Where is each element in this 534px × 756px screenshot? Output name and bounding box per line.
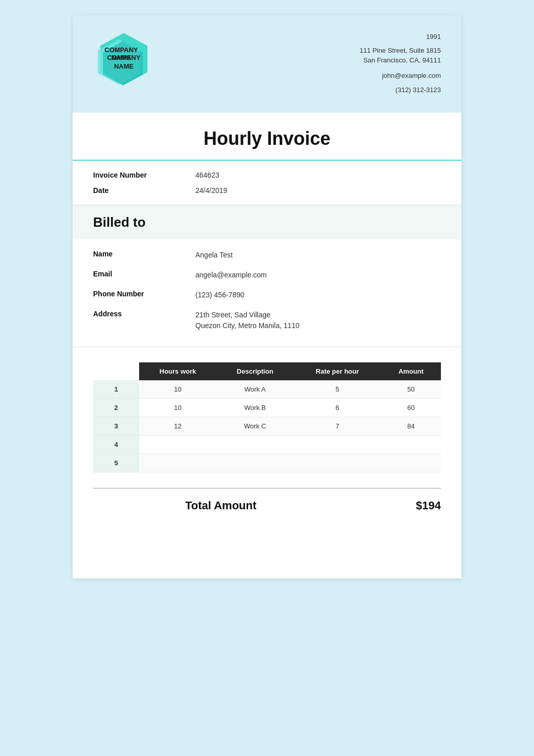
row-hours-cell xyxy=(139,454,216,472)
total-row: Total Amount $194 xyxy=(93,488,441,512)
billed-address-row: Address 21th Street, Sad Village Quezon … xyxy=(93,310,441,331)
row-description-cell xyxy=(216,436,294,454)
billed-name-label: Name xyxy=(93,250,195,258)
billed-address-value: 21th Street, Sad Village Quezon City, Me… xyxy=(195,310,300,331)
invoice-date-label: Date xyxy=(93,186,195,195)
row-num-cell: 4 xyxy=(93,436,139,454)
table-row: 4 xyxy=(93,436,441,454)
row-rate-cell: 7 xyxy=(294,417,381,436)
row-rate-cell xyxy=(294,454,381,472)
invoice-number-value: 464623 xyxy=(195,171,219,179)
billed-email-label: Email xyxy=(93,270,195,278)
billed-email-value: angela@example.com xyxy=(195,270,267,280)
row-description-cell: Work A xyxy=(216,380,294,399)
row-rate-cell: 6 xyxy=(294,399,381,417)
row-rate-cell xyxy=(294,436,381,454)
company-name-line2: NAME xyxy=(114,62,134,70)
table-row: 5 xyxy=(93,454,441,472)
header: COMPANY NAME COMPANY NAME 1991 111 Pine … xyxy=(73,15,461,113)
row-hours-cell: 12 xyxy=(139,417,216,436)
billed-address-label: Address xyxy=(93,310,195,318)
row-description-cell: Work B xyxy=(216,399,294,417)
invoice-number-row: Invoice Number 464623 xyxy=(93,171,441,179)
table-row: 210Work B660 xyxy=(93,399,441,417)
company-address: 111 Pine Street, Suite 1815 San Francisc… xyxy=(360,46,441,66)
row-rate-cell: 5 xyxy=(294,380,381,399)
row-hours-cell: 10 xyxy=(139,380,216,399)
row-num-cell: 5 xyxy=(93,454,139,472)
company-info: 1991 111 Pine Street, Suite 1815 San Fra… xyxy=(360,31,441,97)
billed-to-title: Billed to xyxy=(93,214,441,230)
row-num-cell: 1 xyxy=(93,380,139,399)
invoice-date-value: 24/4/2019 xyxy=(195,186,227,195)
billed-name-row: Name Angela Test xyxy=(93,250,441,261)
billed-phone-label: Phone Number xyxy=(93,290,195,298)
col-description-header: Description xyxy=(216,362,294,380)
row-amount-cell xyxy=(381,436,441,454)
row-num-cell: 2 xyxy=(93,399,139,417)
company-name-1: COMPANY xyxy=(93,46,149,54)
col-rate-header: Rate per hour xyxy=(294,362,381,380)
billed-to-header: Billed to xyxy=(73,205,461,240)
invoice-title-section: Hourly Invoice xyxy=(73,113,461,161)
invoice-number-label: Invoice Number xyxy=(93,171,195,179)
row-amount-cell xyxy=(381,454,441,472)
row-description-cell: Work C xyxy=(216,417,294,436)
row-amount-cell: 50 xyxy=(381,380,441,399)
logo-container: COMPANY NAME COMPANY NAME xyxy=(93,31,165,97)
invoice-date-row: Date 24/4/2019 xyxy=(93,186,441,195)
table-row: 312Work C784 xyxy=(93,417,441,436)
company-year: 1991 xyxy=(360,31,441,44)
company-email: john@example.com xyxy=(360,70,441,82)
invoice-title: Hourly Invoice xyxy=(93,128,441,149)
total-value: $194 xyxy=(416,499,441,512)
table-section: Hours work Description Rate per hour Amo… xyxy=(73,347,461,483)
invoice-table: Hours work Description Rate per hour Amo… xyxy=(93,362,441,472)
table-row: 110Work A550 xyxy=(93,380,441,399)
billed-name-value: Angela Test xyxy=(195,250,233,261)
company-name-2: NAME xyxy=(93,54,149,61)
billed-email-row: Email angela@example.com xyxy=(93,270,441,280)
col-amount-header: Amount xyxy=(381,362,441,380)
row-hours-cell: 10 xyxy=(139,399,216,417)
total-label: Total Amount xyxy=(185,499,256,512)
row-num-cell: 3 xyxy=(93,417,139,436)
row-hours-cell xyxy=(139,436,216,454)
company-logo: COMPANY NAME xyxy=(93,31,154,92)
company-phone: (312) 312-3123 xyxy=(360,84,441,97)
row-description-cell xyxy=(216,454,294,472)
row-amount-cell: 60 xyxy=(381,399,441,417)
col-hours-header: Hours work xyxy=(139,362,216,380)
billed-phone-value: (123) 456-7890 xyxy=(195,290,244,300)
billed-phone-row: Phone Number (123) 456-7890 xyxy=(93,290,441,300)
invoice-meta: Invoice Number 464623 Date 24/4/2019 xyxy=(73,161,461,205)
billed-to-details: Name Angela Test Email angela@example.co… xyxy=(73,240,461,347)
total-section: Total Amount $194 xyxy=(73,483,461,538)
row-amount-cell: 84 xyxy=(381,417,441,436)
invoice-page: COMPANY NAME COMPANY NAME 1991 111 Pine … xyxy=(73,15,461,578)
